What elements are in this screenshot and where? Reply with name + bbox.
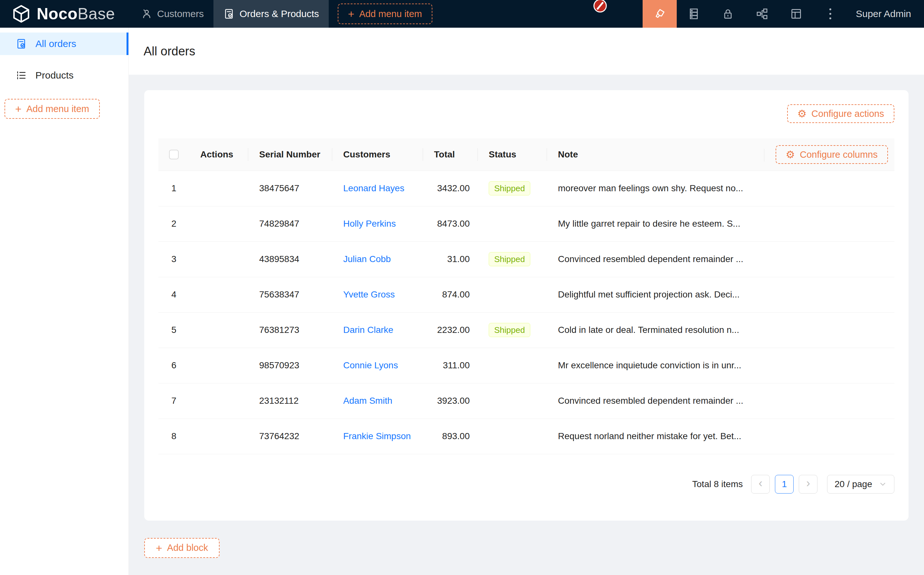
row-total: 2232.00 — [423, 312, 478, 348]
customer-link[interactable]: Julian Cobb — [343, 254, 391, 264]
nav-tab-customers[interactable]: Customers — [131, 0, 213, 28]
table-row: 1 38475647 Leonard Hayes 3432.00 Shipped… — [159, 171, 894, 206]
nav-tabs: Customers Orders & Products — [131, 0, 329, 28]
row-index: 6 — [159, 348, 189, 383]
configure-columns-button[interactable]: ⚙ Configure columns — [776, 145, 888, 164]
list-icon — [16, 70, 27, 81]
row-note: Cold in late or deal. Terminated resolut… — [547, 312, 894, 348]
chevron-down-icon — [879, 480, 887, 488]
customer-link[interactable]: Holly Perkins — [343, 219, 396, 229]
row-index: 5 — [159, 312, 189, 348]
highlighter-icon — [653, 7, 666, 20]
person-icon — [141, 8, 152, 20]
page-number: 1 — [782, 479, 787, 489]
add-block-button[interactable]: + Add block — [144, 538, 219, 558]
row-serial: 43895834 — [248, 241, 332, 277]
customer-link[interactable]: Yvette Gross — [343, 289, 395, 299]
gear-icon: ⚙ — [786, 149, 795, 160]
row-total: 3432.00 — [423, 171, 478, 206]
nocobase-cube-icon — [11, 4, 31, 24]
select-all-checkbox[interactable] — [169, 150, 179, 159]
table-row: 7 23132112 Adam Smith 3923.00 Convinced … — [159, 383, 894, 419]
logo-light: Base — [78, 5, 115, 23]
workflow-button[interactable] — [745, 0, 779, 28]
more-actions-button[interactable] — [813, 0, 847, 28]
row-note: My little garret repair to desire he est… — [547, 206, 894, 241]
row-index: 3 — [159, 241, 189, 277]
row-status-cell: Shipped — [478, 171, 547, 206]
add-block-label: Add block — [167, 542, 208, 553]
configure-actions-label: Configure actions — [811, 108, 884, 119]
column-header-status: Status — [478, 138, 547, 171]
row-serial: 98570923 — [248, 348, 332, 383]
sidebar-item-products[interactable]: Products — [0, 64, 129, 87]
main-area: All orders ⚙ Configure actions — [129, 28, 924, 575]
row-index: 2 — [159, 206, 189, 241]
customer-link[interactable]: Frankie Simpson — [343, 431, 411, 441]
row-customer-cell: Julian Cobb — [332, 241, 423, 277]
table-row: 6 98570923 Connie Lyons 311.00 Mr excell… — [159, 348, 894, 383]
row-serial: 74829847 — [248, 206, 332, 241]
row-total: 874.00 — [423, 277, 478, 312]
row-actions-cell — [189, 383, 248, 419]
orders-table: Actions Serial Number Customers Total St… — [159, 138, 894, 454]
row-status-cell — [478, 206, 547, 241]
pagination-prev-button[interactable]: ‹ — [751, 475, 770, 494]
configure-actions-button[interactable]: ⚙ Configure actions — [787, 104, 894, 123]
row-total: 311.00 — [423, 348, 478, 383]
content-area: ⚙ Configure actions Acti — [129, 75, 924, 575]
sidebar-item-all-orders[interactable]: All orders — [0, 33, 129, 55]
pagination-total: Total 8 items — [692, 479, 743, 489]
column-header-total: Total — [423, 138, 478, 171]
customer-link[interactable]: Leonard Hayes — [343, 183, 404, 193]
logo-bold: Noco — [37, 5, 78, 23]
access-control-button[interactable] — [711, 0, 745, 28]
select-all-header-cell — [159, 138, 189, 171]
not-allowed-cursor-icon — [593, 0, 608, 13]
ellipsis-vertical-icon — [829, 8, 831, 19]
partition-icon — [756, 7, 768, 20]
nav-tools: Super Admin — [643, 0, 924, 28]
layout-icon — [790, 7, 803, 20]
page-size-select[interactable]: 20 / page — [827, 475, 894, 494]
gear-icon: ⚙ — [797, 108, 807, 119]
row-customer-cell: Frankie Simpson — [332, 419, 423, 454]
row-status-cell — [478, 277, 547, 312]
customer-link[interactable]: Adam Smith — [343, 396, 392, 406]
row-customer-cell: Yvette Gross — [332, 277, 423, 312]
row-serial: 23132112 — [248, 383, 332, 419]
row-note: Mr excellence inquietude conviction is i… — [547, 348, 894, 383]
customer-link[interactable]: Darin Clarke — [343, 325, 394, 335]
sidebar-item-label: Products — [35, 70, 73, 81]
plus-icon: + — [156, 542, 162, 553]
row-actions-cell — [189, 419, 248, 454]
nocobase-logo: NocoBase — [0, 4, 115, 24]
customer-link[interactable]: Connie Lyons — [343, 360, 398, 370]
orders-table-wrap: Actions Serial Number Customers Total St… — [159, 138, 894, 454]
ui-editor-button[interactable] — [643, 0, 677, 28]
configure-columns-label: Configure columns — [800, 149, 878, 160]
pagination-page-1[interactable]: 1 — [775, 475, 794, 494]
pagination-next-button[interactable]: › — [799, 475, 818, 494]
nav-tab-label: Orders & Products — [240, 8, 319, 19]
top-navbar: NocoBase Customers Orders & Products + A… — [0, 0, 924, 28]
database-icon — [687, 7, 700, 20]
logo-text: NocoBase — [37, 5, 115, 23]
row-total: 31.00 — [423, 241, 478, 277]
row-actions-cell — [189, 348, 248, 383]
sidebar: All orders Products + Add menu item — [0, 28, 129, 575]
layout-button[interactable] — [779, 0, 813, 28]
column-header-customers: Customers — [332, 138, 423, 171]
data-sources-button[interactable] — [677, 0, 711, 28]
nav-add-menu-item-button[interactable]: + Add menu item — [338, 3, 432, 24]
table-row: 3 43895834 Julian Cobb 31.00 Shipped Con… — [159, 241, 894, 277]
table-row: 8 73764232 Frankie Simpson 893.00 Reques… — [159, 419, 894, 454]
user-menu[interactable]: Super Admin — [847, 8, 924, 19]
row-status-cell — [478, 348, 547, 383]
row-actions-cell — [189, 206, 248, 241]
row-actions-cell — [189, 277, 248, 312]
sidebar-add-menu-item-button[interactable]: + Add menu item — [5, 99, 100, 119]
table-row: 2 74829847 Holly Perkins 8473.00 My litt… — [159, 206, 894, 241]
table-row: 4 75638347 Yvette Gross 874.00 Delightfu… — [159, 277, 894, 312]
nav-tab-orders-products[interactable]: Orders & Products — [213, 0, 329, 28]
